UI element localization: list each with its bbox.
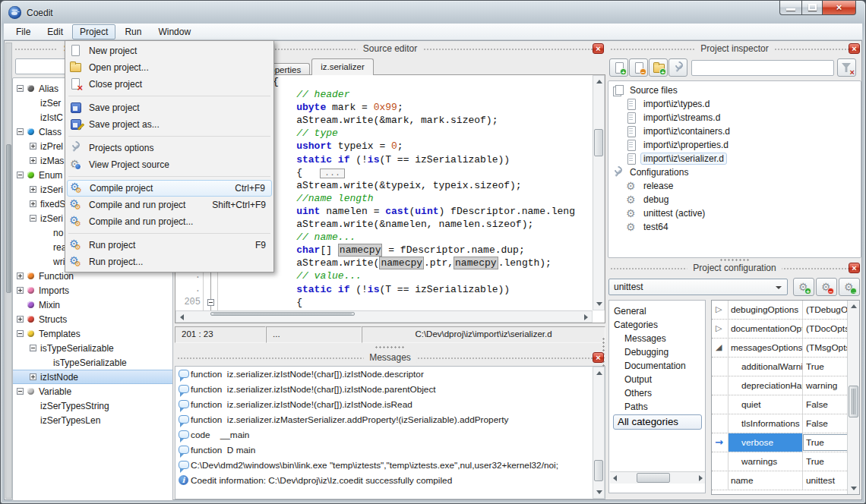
option-row-quiet[interactable]: quietFalse: [712, 395, 859, 414]
explorer-node-structs[interactable]: Structs: [13, 312, 172, 326]
message-row[interactable]: code __main: [175, 427, 605, 443]
message-row[interactable]: C:\Dev\dmd2\windows\bin\link.exe "temp\i…: [175, 458, 605, 473]
scroll-right-icon[interactable]: [584, 314, 588, 320]
inspector-node-import-iz-types-d[interactable]: import\iz\types.d: [608, 97, 861, 111]
expand-icon[interactable]: [30, 200, 36, 207]
inspector-node-import-iz-containers-d[interactable]: import\iz\containers.d: [608, 124, 861, 138]
collapse-icon[interactable]: [17, 172, 24, 178]
menu-project[interactable]: Project: [72, 24, 115, 39]
scrollbar-thumb[interactable]: [210, 312, 355, 316]
message-row[interactable]: function iz.serializer.izIstNode!(char[]…: [175, 382, 605, 397]
fold-collapse-icon[interactable]: [207, 299, 214, 306]
scroll-down-icon[interactable]: [596, 490, 602, 494]
menu-item-projects-options[interactable]: Projects options: [67, 140, 272, 156]
gear-remove-button[interactable]: −: [816, 278, 837, 296]
inspector-node-release[interactable]: release: [608, 179, 861, 193]
message-row[interactable]: function iz.serializer.izMasterSerialize…: [175, 412, 605, 427]
scroll-down-icon[interactable]: [596, 302, 602, 306]
expand-icon[interactable]: [30, 157, 36, 164]
category-categories[interactable]: Categories: [609, 318, 705, 332]
option-row-documentationoptions[interactable]: ▷documentationOptions(TDocOpts): [712, 320, 859, 339]
expand-icon[interactable]: [17, 287, 24, 294]
explorer-node-mixin[interactable]: Mixin: [13, 298, 172, 312]
category-messages[interactable]: Messages: [609, 332, 705, 345]
menu-window[interactable]: Window: [150, 24, 198, 39]
all-categories-button[interactable]: All categories: [613, 414, 702, 430]
menu-edit[interactable]: Edit: [40, 24, 71, 39]
option-row-debugingoptions[interactable]: ▷debugingOptions(TDebugOpts): [712, 301, 859, 320]
maximize-button[interactable]: [801, 1, 822, 15]
close-icon[interactable]: ×: [849, 43, 860, 54]
explorer-node-templates[interactable]: Templates: [13, 326, 172, 341]
category-paths[interactable]: Paths: [609, 400, 705, 414]
menu-item-save-project-as[interactable]: Save project as...: [67, 116, 272, 133]
inspector-node-configurations[interactable]: Configurations: [608, 165, 861, 179]
close-icon[interactable]: ×: [593, 43, 604, 54]
menu-run[interactable]: Run: [117, 24, 149, 39]
explorer-node-izsertypeslen[interactable]: izSerTypesLen: [13, 413, 172, 427]
scrollbar-thumb[interactable]: [594, 460, 603, 481]
scrollbar-thumb[interactable]: [849, 386, 858, 417]
menu-item-save-project[interactable]: Save project: [67, 99, 272, 116]
menu-item-compile-project[interactable]: Compile projectCtrl+F9: [67, 180, 272, 197]
inspector-node-test64[interactable]: test64: [608, 220, 861, 234]
doc-add-button[interactable]: +: [609, 58, 628, 77]
messages-vertical-scrollbar[interactable]: [593, 367, 605, 499]
tab-iz-serializer[interactable]: iz.serializer: [311, 58, 374, 75]
configuration-selector[interactable]: unittest: [608, 279, 788, 295]
explorer-node-izistnode[interactable]: izIstNode: [13, 370, 172, 384]
expand-icon[interactable]: [30, 143, 36, 150]
inspector-node-import-iz-streams-d[interactable]: import\iz\streams.d: [608, 111, 861, 124]
editor-vertical-scrollbar[interactable]: [593, 75, 605, 310]
expand-icon[interactable]: [17, 272, 24, 279]
inspector-node-unittest-active[interactable]: unittest (active): [608, 206, 861, 220]
explorer-node-imports[interactable]: Imports: [13, 283, 172, 298]
expand-icon[interactable]: ▷: [716, 304, 722, 315]
menu-item-view-project-source[interactable]: View Project source: [67, 156, 272, 173]
inspector-node-import-iz-properties-d[interactable]: import\iz\properties.d: [608, 138, 861, 152]
collapse-icon[interactable]: [17, 388, 24, 395]
inspector-node-import-iz-serializer-d[interactable]: import\iz\serializer.d: [608, 152, 861, 165]
explorer-node-izsertypesstring[interactable]: izSerTypesString: [13, 398, 172, 413]
option-row-additionalwarnings[interactable]: additionalWarningsTrue: [712, 358, 859, 376]
left-vertical-scrollbar[interactable]: [5, 43, 12, 499]
message-row[interactable]: function D main: [175, 443, 605, 458]
category-others[interactable]: Others: [609, 386, 705, 400]
message-row[interactable]: Coedit information: C:\Dev\dproj\iz\Iz.c…: [175, 473, 605, 488]
collapse-icon[interactable]: [30, 345, 36, 351]
inspector-filter-input[interactable]: [691, 60, 834, 76]
collapse-icon[interactable]: [17, 330, 24, 337]
wrench-button[interactable]: [668, 58, 687, 77]
scroll-up-icon[interactable]: [596, 80, 602, 83]
menu-item-close-project[interactable]: Close project: [67, 76, 272, 93]
option-row-warnings[interactable]: warningsTrue: [712, 452, 859, 471]
inspector-node-source-files[interactable]: Source files: [608, 83, 861, 97]
horizontal-splitter[interactable]: [375, 345, 405, 349]
folder-add-button[interactable]: +: [649, 58, 668, 77]
collapse-icon[interactable]: ◢: [716, 342, 722, 353]
close-icon[interactable]: ×: [849, 263, 860, 273]
option-row-messagesoptions[interactable]: ◢messagesOptions(TMsgOpts): [712, 339, 859, 358]
code-area[interactable]: { // header ubyte mark = 0x99; aStream.w…: [219, 75, 593, 310]
minimize-button[interactable]: [779, 1, 801, 15]
explorer-node-istypeserializable[interactable]: isTypeSerializable: [13, 341, 172, 355]
category-general[interactable]: General: [609, 304, 705, 318]
menu-item-open-project[interactable]: Open project...: [67, 59, 272, 76]
doc-remove-button[interactable]: −: [629, 58, 648, 77]
explorer-node-istypeserializable[interactable]: isTypeSerializable: [13, 355, 172, 370]
editor-horizontal-scrollbar[interactable]: [175, 310, 593, 323]
message-row[interactable]: function iz.serializer.izIstNode!(char[]…: [175, 367, 605, 382]
expand-icon[interactable]: [30, 373, 36, 380]
expand-icon[interactable]: ▷: [716, 323, 722, 334]
gear-run-button[interactable]: →: [839, 278, 860, 296]
filter-clear-button[interactable]: [837, 58, 856, 77]
scroll-up-icon[interactable]: [851, 304, 857, 308]
option-row-tlsinformations[interactable]: tlsInformationsFalse: [712, 414, 859, 433]
category-output[interactable]: Output: [609, 373, 705, 386]
category-documentation[interactable]: Documentation: [609, 359, 705, 373]
scroll-down-icon[interactable]: [851, 487, 857, 490]
gear-add-button[interactable]: +: [793, 278, 814, 296]
scrollbar-thumb[interactable]: [637, 473, 670, 483]
option-row-name[interactable]: nameunittest: [712, 471, 859, 490]
menu-item-compile-and-run-project[interactable]: Compile and run project...: [67, 213, 272, 230]
